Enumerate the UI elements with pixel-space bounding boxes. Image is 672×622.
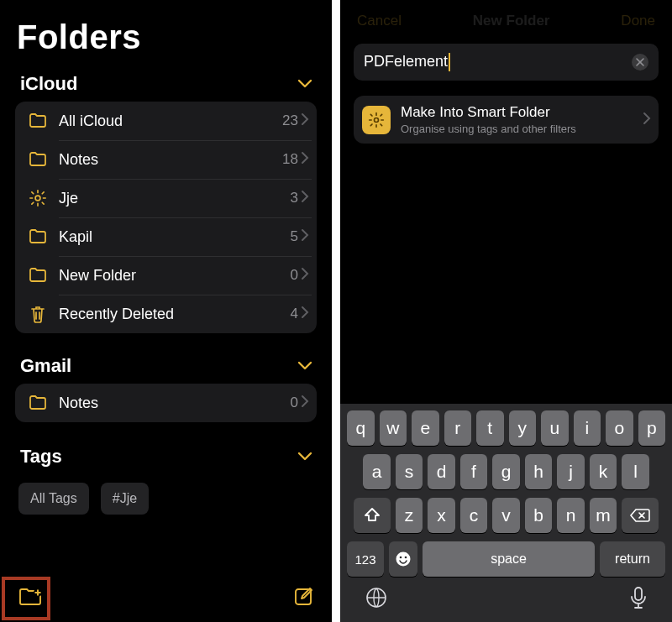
key-emoji[interactable] <box>389 541 417 577</box>
key-i[interactable]: i <box>574 410 601 446</box>
key-n[interactable]: n <box>557 498 585 533</box>
folder-name: All iCloud <box>50 112 282 130</box>
key-numbers[interactable]: 123 <box>347 541 384 577</box>
key-w[interactable]: w <box>380 410 407 446</box>
tag-pill-jje[interactable]: #Jje <box>101 483 149 515</box>
done-button[interactable]: Done <box>621 13 655 29</box>
page-title: Folders <box>0 0 332 65</box>
key-k[interactable]: k <box>590 454 617 489</box>
new-folder-screen: Cancel New Folder Done PDFelement Make I… <box>340 0 672 622</box>
folder-count: 4 <box>291 306 298 322</box>
section-header-gmail[interactable]: Gmail <box>0 333 332 384</box>
compose-button[interactable] <box>293 587 313 610</box>
svg-point-5 <box>400 557 402 559</box>
smart-folder-title: Make Into Smart Folder <box>401 104 633 121</box>
key-s[interactable]: s <box>396 454 423 489</box>
chevron-down-icon <box>298 452 312 461</box>
key-return[interactable]: return <box>600 541 665 577</box>
folder-count: 5 <box>291 228 298 245</box>
folder-icon <box>25 229 50 244</box>
key-z[interactable]: z <box>396 498 423 533</box>
key-q[interactable]: q <box>347 410 375 446</box>
folder-icon <box>25 113 50 128</box>
svg-point-3 <box>375 118 379 122</box>
chevron-right-icon <box>302 306 308 321</box>
section-header-tags[interactable]: Tags <box>0 422 332 474</box>
svg-point-0 <box>35 196 40 201</box>
make-smart-folder-row[interactable]: Make Into Smart Folder Organise using ta… <box>354 96 659 144</box>
tag-pill-all[interactable]: All Tags <box>18 483 89 515</box>
folder-count: 0 <box>291 267 298 284</box>
text-caret <box>449 53 450 71</box>
globe-icon[interactable] <box>365 587 387 614</box>
key-j[interactable]: j <box>557 454 585 489</box>
key-y[interactable]: y <box>509 410 537 446</box>
key-f[interactable]: f <box>460 454 488 489</box>
svg-rect-2 <box>296 589 311 604</box>
key-m[interactable]: m <box>590 498 617 533</box>
section-label: Tags <box>20 446 62 468</box>
key-backspace[interactable] <box>622 498 659 533</box>
key-e[interactable]: e <box>412 410 439 446</box>
input-value: PDFelement <box>364 53 632 71</box>
key-shift[interactable] <box>354 498 391 533</box>
folder-count: 18 <box>282 151 298 168</box>
clear-text-button[interactable] <box>632 54 648 71</box>
gear-badge-icon <box>362 106 391 134</box>
chevron-right-icon <box>302 113 308 128</box>
keyboard-row-2: a s d f g h j k l <box>344 454 669 489</box>
svg-point-4 <box>396 552 411 567</box>
highlight-annotation <box>2 577 50 620</box>
smart-folder-subtitle: Organise using tags and other filters <box>401 123 633 135</box>
keyboard-row-4: 123 space return <box>344 541 669 577</box>
folder-name: Recently Deleted <box>50 306 291 323</box>
key-u[interactable]: u <box>541 410 569 446</box>
section-header-icloud[interactable]: iCloud <box>0 65 332 102</box>
cancel-button[interactable]: Cancel <box>357 13 402 29</box>
keyboard-row-1: q w e r t y u i o p <box>344 410 669 446</box>
folder-name: Jje <box>50 190 291 207</box>
svg-rect-8 <box>635 588 642 600</box>
key-a[interactable]: a <box>363 454 391 489</box>
chevron-right-icon <box>643 112 650 128</box>
key-p[interactable]: p <box>638 410 666 446</box>
navbar: Cancel New Folder Done <box>340 12 672 30</box>
key-c[interactable]: c <box>460 498 488 533</box>
key-h[interactable]: h <box>525 454 553 489</box>
folder-row-notes[interactable]: Notes 18 <box>15 140 317 179</box>
folder-name: New Folder <box>50 267 291 285</box>
key-v[interactable]: v <box>492 498 520 533</box>
keyboard-row-3: z x c v b n m <box>344 498 669 533</box>
folder-name-input[interactable]: PDFelement <box>354 44 659 81</box>
chevron-right-icon <box>302 152 308 167</box>
folder-row-kapil[interactable]: Kapil 5 <box>15 217 317 256</box>
folder-count: 23 <box>282 112 298 129</box>
dictation-icon[interactable] <box>630 587 647 614</box>
key-o[interactable]: o <box>606 410 633 446</box>
key-d[interactable]: d <box>428 454 455 489</box>
tag-list: All Tags #Jje <box>0 474 332 523</box>
keyboard: q w e r t y u i o p a s d f g h j k l <box>340 404 672 622</box>
key-r[interactable]: r <box>444 410 472 446</box>
key-t[interactable]: t <box>476 410 504 446</box>
folder-row-all-icloud[interactable]: All iCloud 23 <box>15 102 317 140</box>
folder-icon <box>25 152 50 167</box>
key-b[interactable]: b <box>525 498 553 533</box>
key-space[interactable]: space <box>423 541 595 577</box>
folder-row-gmail-notes[interactable]: Notes 0 <box>15 384 317 422</box>
key-x[interactable]: x <box>428 498 455 533</box>
chevron-down-icon <box>298 80 312 88</box>
folder-row-new-folder[interactable]: New Folder 0 <box>15 256 317 295</box>
folders-screen: Folders iCloud All iCloud 23 Notes 18 <box>0 0 332 622</box>
key-l[interactable]: l <box>622 454 649 489</box>
trash-icon <box>25 305 50 323</box>
folder-icon <box>25 395 50 410</box>
chevron-right-icon <box>302 268 308 283</box>
folder-count: 0 <box>291 395 298 411</box>
folder-count: 3 <box>291 190 298 206</box>
folder-row-jje[interactable]: Jje 3 <box>15 179 317 217</box>
folder-name: Notes <box>50 395 291 412</box>
folder-row-recently-deleted[interactable]: Recently Deleted 4 <box>15 295 317 333</box>
section-label: iCloud <box>20 73 77 95</box>
key-g[interactable]: g <box>492 454 520 489</box>
